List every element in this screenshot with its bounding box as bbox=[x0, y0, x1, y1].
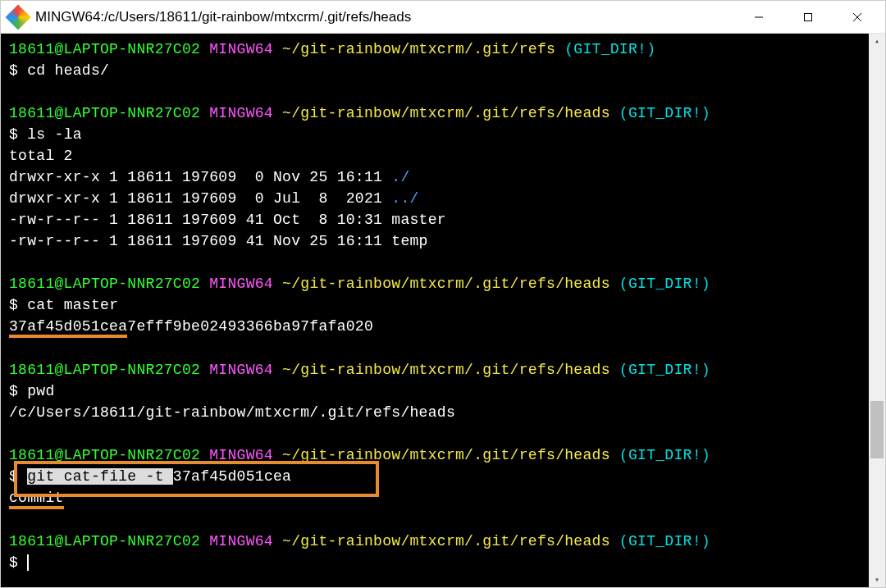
scrollbar-vertical[interactable]: ▴ ▾ bbox=[869, 34, 885, 587]
prompt-dollar: $ bbox=[9, 62, 18, 79]
close-button[interactable] bbox=[833, 1, 882, 33]
scroll-up-arrow[interactable]: ▴ bbox=[869, 34, 885, 48]
prompt-path: ~/git-rainbow/mtxcrm/.git/refs/heads bbox=[282, 533, 610, 549]
prompt-env: MINGW64 bbox=[209, 105, 273, 121]
prompt-user: 18611@LAPTOP-NNR27C02 bbox=[9, 105, 200, 121]
terminal-wrapper: 18611@LAPTOP-NNR27C02 MINGW64 ~/git-rain… bbox=[1, 34, 885, 587]
prompt-dollar: $ bbox=[9, 297, 18, 313]
prompt-gitdir: (GIT_DIR!) bbox=[619, 533, 710, 549]
maximize-button[interactable] bbox=[783, 1, 833, 33]
prompt-env: MINGW64 bbox=[209, 362, 273, 378]
prompt-path: ~/git-rainbow/mtxcrm/.git/refs/heads bbox=[282, 105, 610, 121]
prompt-gitdir: (GIT_DIR!) bbox=[619, 362, 710, 378]
ls-row: -rw-r--r-- 1 18611 197609 41 Nov 25 16:1… bbox=[9, 230, 861, 252]
prompt-dollar: $ bbox=[9, 126, 18, 143]
window-controls bbox=[734, 1, 882, 33]
hash-underlined: 37af45d051cea bbox=[9, 318, 127, 338]
window-title: MINGW64:/c/Users/18611/git-rainbow/mtxcr… bbox=[35, 9, 734, 25]
prompt-dollar: $ bbox=[9, 554, 18, 571]
ls-row: drwxr-xr-x 1 18611 197609 0 Jul 8 2021 bbox=[9, 190, 391, 207]
prompt-env: MINGW64 bbox=[209, 447, 273, 463]
prompt-path: ~/git-rainbow/mtxcrm/.git/refs/heads bbox=[282, 447, 610, 463]
ls-dir: ../ bbox=[391, 190, 418, 207]
prompt-user: 18611@LAPTOP-NNR27C02 bbox=[9, 533, 200, 549]
ls-row: -rw-r--r-- 1 18611 197609 41 Oct 8 10:31… bbox=[9, 209, 861, 230]
maximize-icon bbox=[803, 12, 813, 22]
ls-total: total 2 bbox=[9, 145, 861, 166]
cmd-catfile-hash: 37af45d051cea bbox=[173, 468, 291, 485]
terminal-output[interactable]: 18611@LAPTOP-NNR27C02 MINGW64 ~/git-rain… bbox=[1, 34, 869, 587]
prompt-env: MINGW64 bbox=[209, 41, 273, 57]
app-icon bbox=[5, 4, 30, 30]
cmd-pwd: pwd bbox=[27, 383, 54, 399]
prompt-user: 18611@LAPTOP-NNR27C02 bbox=[9, 276, 200, 292]
prompt-env: MINGW64 bbox=[209, 533, 273, 549]
cursor bbox=[27, 554, 29, 571]
prompt-path: ~/git-rainbow/mtxcrm/.git/refs bbox=[282, 41, 555, 57]
prompt-user: 18611@LAPTOP-NNR27C02 bbox=[9, 41, 200, 57]
prompt-user: 18611@LAPTOP-NNR27C02 bbox=[9, 362, 200, 378]
commit-underlined: commit bbox=[9, 490, 64, 509]
prompt-path: ~/git-rainbow/mtxcrm/.git/refs/heads bbox=[282, 276, 610, 292]
ls-row: drwxr-xr-x 1 18611 197609 0 Nov 25 16:11 bbox=[9, 169, 391, 185]
cmd-catfile-highlight: git cat-file -t bbox=[27, 468, 173, 485]
window-titlebar: MINGW64:/c/Users/18611/git-rainbow/mtxcr… bbox=[1, 1, 885, 34]
prompt-dollar: $ bbox=[9, 468, 18, 485]
prompt-env: MINGW64 bbox=[209, 276, 273, 292]
scroll-down-arrow[interactable]: ▾ bbox=[869, 572, 885, 587]
svg-rect-1 bbox=[805, 13, 812, 21]
prompt-user: 18611@LAPTOP-NNR27C02 bbox=[9, 447, 200, 463]
prompt-gitdir: (GIT_DIR!) bbox=[619, 105, 710, 121]
close-icon bbox=[852, 12, 862, 22]
minimize-icon bbox=[754, 12, 764, 22]
prompt-path: ~/git-rainbow/mtxcrm/.git/refs/heads bbox=[282, 362, 610, 378]
pwd-output: /c/Users/18611/git-rainbow/mtxcrm/.git/r… bbox=[9, 402, 861, 423]
prompt-gitdir: (GIT_DIR!) bbox=[619, 447, 710, 463]
prompt-gitdir: (GIT_DIR!) bbox=[619, 276, 710, 292]
hash-rest: 7efff9be02493366ba97fafa020 bbox=[127, 318, 373, 335]
cmd-cd: cd heads/ bbox=[27, 62, 109, 79]
cmd-ls: ls -la bbox=[27, 126, 82, 143]
prompt-gitdir: (GIT_DIR!) bbox=[564, 41, 655, 57]
prompt-dollar: $ bbox=[9, 383, 18, 399]
cmd-cat: cat master bbox=[27, 297, 118, 313]
ls-dir: ./ bbox=[391, 169, 409, 185]
scrollbar-thumb[interactable] bbox=[870, 401, 884, 458]
minimize-button[interactable] bbox=[734, 1, 783, 33]
